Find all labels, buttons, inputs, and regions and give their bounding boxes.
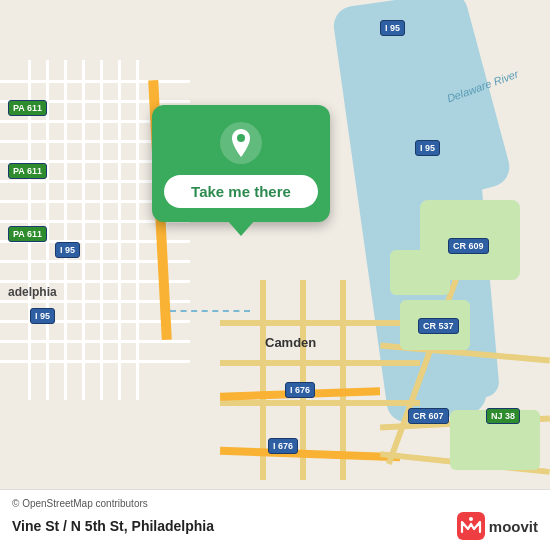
camden-road-v3 bbox=[340, 280, 346, 480]
location-row: Vine St / N 5th St, Philadelphia moovit bbox=[12, 512, 538, 540]
road-h14 bbox=[0, 340, 190, 343]
moovit-logo: moovit bbox=[457, 512, 538, 540]
camden-road-h2 bbox=[220, 360, 420, 366]
camden-road-h1 bbox=[220, 320, 420, 326]
camden-road-h3 bbox=[220, 400, 420, 406]
road-v3 bbox=[64, 60, 67, 400]
location-pin-icon bbox=[219, 121, 263, 165]
shield-i95-right: I 95 bbox=[415, 140, 440, 156]
road-v7 bbox=[136, 60, 139, 400]
take-me-there-button[interactable]: Take me there bbox=[164, 175, 318, 208]
map-container: Camden adelphia Delaware River I 95 I 95… bbox=[0, 0, 550, 550]
moovit-brand: moovit bbox=[489, 518, 538, 535]
shield-pa611-1: PA 611 bbox=[8, 100, 47, 116]
svg-point-1 bbox=[237, 134, 245, 142]
shield-i95-bottom-left: I 95 bbox=[30, 308, 55, 324]
shield-pa611-2: PA 611 bbox=[8, 163, 47, 179]
park-4 bbox=[390, 250, 450, 295]
camden-label: Camden bbox=[265, 335, 316, 350]
shield-cr607: CR 607 bbox=[408, 408, 449, 424]
shield-nj38: NJ 38 bbox=[486, 408, 520, 424]
popup-card: Take me there bbox=[152, 105, 330, 222]
moovit-icon bbox=[457, 512, 485, 540]
map-background: Camden adelphia Delaware River I 95 I 95… bbox=[0, 0, 550, 550]
road-v5 bbox=[100, 60, 103, 400]
road-h15 bbox=[0, 360, 190, 363]
bottom-bar: © OpenStreetMap contributors Vine St / N… bbox=[0, 489, 550, 550]
svg-point-3 bbox=[469, 517, 473, 521]
water-dashes bbox=[170, 310, 250, 312]
shield-pa611-3: PA 611 bbox=[8, 226, 47, 242]
location-text: Vine St / N 5th St, Philadelphia bbox=[12, 518, 214, 534]
shield-cr537: CR 537 bbox=[418, 318, 459, 334]
shield-i95-left: I 95 bbox=[55, 242, 80, 258]
shield-i676: I 676 bbox=[285, 382, 315, 398]
road-v6 bbox=[118, 60, 121, 400]
road-h1 bbox=[0, 80, 190, 83]
attribution: © OpenStreetMap contributors bbox=[12, 498, 538, 509]
shield-i95-top: I 95 bbox=[380, 20, 405, 36]
i676-road-2 bbox=[220, 447, 400, 461]
road-v4 bbox=[82, 60, 85, 400]
shield-cr609: CR 609 bbox=[448, 238, 489, 254]
shield-i676b: I 676 bbox=[268, 438, 298, 454]
philadelphia-label: adelphia bbox=[8, 285, 57, 299]
